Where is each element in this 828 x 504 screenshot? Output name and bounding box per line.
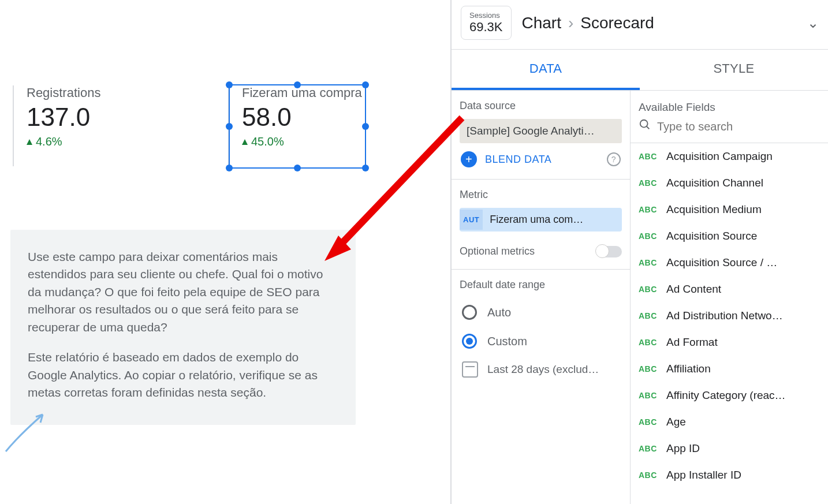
optional-metrics-toggle[interactable] <box>596 246 622 257</box>
text-type-icon: ABC <box>639 417 658 427</box>
field-item[interactable]: ABCAcquisition Medium <box>631 196 828 223</box>
field-label: Age <box>666 416 686 428</box>
radio-icon <box>462 334 477 349</box>
optional-metrics-row: Optional metrics <box>460 245 622 257</box>
text-type-icon: ABC <box>639 444 658 453</box>
scorecard-delta: 45.0% <box>242 135 367 148</box>
field-label: Acquisition Medium <box>666 203 762 216</box>
properties-panel: Sessions 69.3K Chart › Scorecard ⌄ DATA … <box>450 0 828 504</box>
text-type-icon: ABC <box>639 471 658 480</box>
text-type-icon: ABC <box>639 205 658 214</box>
text-type-icon: ABC <box>639 232 658 241</box>
field-item[interactable]: ABCAge <box>631 409 828 435</box>
date-range-picker[interactable]: Last 28 days (exclud… <box>460 356 622 383</box>
chip-value: 69.3K <box>469 20 503 35</box>
metric-name: Fizeram uma com… <box>483 208 622 232</box>
up-arrow-icon <box>27 139 32 145</box>
group-label: Data source <box>460 100 622 112</box>
field-item[interactable]: ABCAd Distribution Netwo… <box>631 303 828 329</box>
help-icon[interactable]: ? <box>607 152 621 166</box>
breadcrumb-root: Chart <box>522 14 561 32</box>
group-label: Default date range <box>460 279 622 291</box>
field-item[interactable]: ABCAffiliation <box>631 356 828 382</box>
text-type-icon: ABC <box>639 285 658 294</box>
metric-group: Metric AUT Fizeram uma com… Optional met… <box>452 180 630 270</box>
text-type-icon: ABC <box>639 338 658 347</box>
field-item[interactable]: ABCApp ID <box>631 435 828 462</box>
date-range-auto-option[interactable]: Auto <box>460 298 622 327</box>
fields-search[interactable] <box>631 118 828 143</box>
scorecard-label: Fizeram uma compra <box>242 85 367 100</box>
fields-search-input[interactable] <box>657 120 820 133</box>
field-label: Acquisition Source <box>666 230 757 242</box>
field-item[interactable]: ABCAcquisition Source / … <box>631 249 828 276</box>
text-type-icon: ABC <box>639 178 658 188</box>
group-label: Metric <box>460 189 622 201</box>
field-item[interactable]: ABCAcquisition Source <box>631 223 828 249</box>
metric-chip[interactable]: AUT Fizeram uma com… <box>460 208 622 232</box>
chevron-right-icon: › <box>568 14 573 32</box>
date-range-custom-option[interactable]: Custom <box>460 327 622 356</box>
up-arrow-icon <box>242 139 248 145</box>
scorecard-fizeram[interactable]: Fizeram uma compra 58.0 45.0% <box>228 85 367 169</box>
blend-data-button[interactable]: + BLEND DATA ? <box>460 143 622 167</box>
text-type-icon: ABC <box>639 152 658 161</box>
field-label: Acquisition Campaign <box>666 150 773 163</box>
breadcrumb-leaf: Scorecard <box>580 14 654 32</box>
fields-header: Available Fields <box>631 91 828 118</box>
text-type-icon: ABC <box>639 311 658 320</box>
scorecard-value: 137.0 <box>27 103 100 132</box>
tab-data[interactable]: DATA <box>452 50 640 90</box>
calendar-icon <box>462 361 478 378</box>
text-type-icon: ABC <box>639 364 658 374</box>
plus-icon: + <box>461 151 477 167</box>
field-item[interactable]: ABCAcquisition Channel <box>631 170 828 196</box>
tab-style[interactable]: STYLE <box>640 50 828 90</box>
field-label: Ad Content <box>666 283 721 296</box>
comment-paragraph: Este relatório é baseado em dados de exe… <box>28 349 338 401</box>
svg-point-2 <box>640 120 648 128</box>
radio-icon <box>462 305 477 320</box>
field-item[interactable]: ABCApp Installer ID <box>631 462 828 488</box>
data-source-group: Data source [Sample] Google Analyti… + B… <box>452 91 630 180</box>
panel-header: Sessions 69.3K Chart › Scorecard ⌄ <box>452 0 828 50</box>
field-label: App ID <box>666 442 700 455</box>
available-fields-column: Available Fields ABCAcquisition Campaign… <box>631 91 828 504</box>
fields-list: ABCAcquisition CampaignABCAcquisition Ch… <box>631 143 828 504</box>
field-label: Acquisition Channel <box>666 177 763 189</box>
field-label: Affiliation <box>666 363 711 375</box>
breadcrumb[interactable]: Chart › Scorecard <box>522 14 797 32</box>
date-range-group: Default date range Auto Custom Last 28 d… <box>452 270 630 395</box>
field-label: Affinity Category (reac… <box>666 389 786 402</box>
data-source-value[interactable]: [Sample] Google Analyti… <box>460 119 622 143</box>
field-label: Acquisition Source / … <box>666 256 777 269</box>
text-type-icon: ABC <box>639 258 658 267</box>
field-label: Ad Distribution Netwo… <box>666 309 783 322</box>
field-label: Ad Format <box>666 336 718 349</box>
chevron-down-icon[interactable]: ⌄ <box>807 15 819 31</box>
svg-line-3 <box>647 126 650 129</box>
scorecard-label: Registrations <box>27 85 100 100</box>
scorecard-registrations[interactable]: Registrations 137.0 4.6% <box>13 85 100 166</box>
field-item[interactable]: ABCAffinity Category (reac… <box>631 382 828 409</box>
scorecard-value: 58.0 <box>242 103 367 132</box>
field-item[interactable]: ABCAcquisition Campaign <box>631 143 828 170</box>
report-canvas[interactable]: Registrations 137.0 4.6% Fizeram uma com… <box>0 0 450 504</box>
scorecard-delta: 4.6% <box>27 135 100 148</box>
field-item[interactable]: ABCAd Content <box>631 276 828 303</box>
panel-tabs: DATA STYLE <box>452 50 828 91</box>
search-icon <box>639 118 651 135</box>
comment-text-box[interactable]: Use este campo para deixar comentários m… <box>10 230 356 425</box>
data-config-column: Data source [Sample] Google Analyti… + B… <box>452 91 631 504</box>
text-type-icon: ABC <box>639 391 658 400</box>
field-item[interactable]: ABCAd Format <box>631 329 828 356</box>
metric-type-badge: AUT <box>460 210 483 230</box>
chip-label: Sessions <box>469 11 500 20</box>
comment-paragraph: Use este campo para deixar comentários m… <box>28 248 338 336</box>
chart-type-chip[interactable]: Sessions 69.3K <box>461 6 512 40</box>
field-label: App Installer ID <box>666 469 741 481</box>
